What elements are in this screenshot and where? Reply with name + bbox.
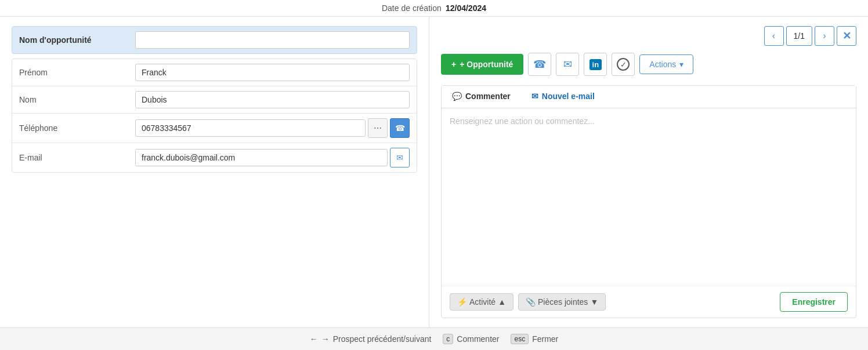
chevron-down-icon: ▾ — [679, 60, 683, 69]
pieces-label: Pièces jointes — [538, 297, 588, 307]
arrow-left-icon: ← — [310, 334, 318, 344]
comment-footer-left: ⚡ Activité ▲ 📎 Pièces jointes ▼ — [450, 293, 606, 311]
phone-action-btn[interactable]: ☎ — [528, 53, 551, 76]
comment-tabs: 💬 Commenter ✉ Nouvel e-mail — [442, 86, 856, 108]
fields-container: Prénom Nom Téléphone — [12, 59, 417, 173]
opp-name-label: Nom d'opportunité — [19, 35, 135, 45]
comment-bubble-icon: 💬 — [452, 92, 462, 101]
bottom-bar: ← → Prospect précédent/suivant c Comment… — [0, 327, 868, 350]
opp-name-row: Nom d'opportunité Entreprise Dubois — [12, 26, 417, 54]
close-shortcut-label: Fermer — [532, 334, 558, 344]
nav-top: ‹ 1/1 › ✕ — [441, 26, 856, 46]
telephone-input[interactable] — [135, 119, 366, 137]
linkedin-btn[interactable]: in — [584, 53, 607, 76]
tab-commenter-label: Commenter — [465, 92, 511, 101]
check-action-btn[interactable]: ✓ — [612, 53, 635, 76]
plus-icon: + — [451, 60, 456, 69]
nav-next-btn[interactable]: › — [815, 26, 834, 46]
pieces-chevron-icon: ▼ — [590, 297, 598, 307]
nom-input[interactable] — [135, 91, 410, 108]
opp-name-input[interactable]: Entreprise Dubois — [135, 31, 410, 49]
comment-footer: ⚡ Activité ▲ 📎 Pièces jointes ▼ Enregist… — [442, 286, 856, 318]
nav-prev-btn[interactable]: ‹ — [764, 26, 784, 46]
nom-label: Nom — [19, 95, 135, 104]
comment-section: 💬 Commenter ✉ Nouvel e-mail Renseignez u… — [441, 85, 856, 318]
opportunity-btn[interactable]: + + Opportunité — [441, 54, 523, 75]
mail-icon: ✉ — [563, 58, 572, 71]
email-input[interactable] — [135, 149, 388, 166]
left-panel: Nom d'opportunité Entreprise Dubois Prén… — [0, 17, 429, 327]
date-label: Date de création — [382, 3, 442, 13]
phone-call-btn[interactable]: ☎ — [390, 118, 410, 138]
activity-label: Activité — [469, 297, 496, 307]
shortcut-esc-key: esc — [511, 334, 529, 344]
prenom-row: Prénom — [12, 59, 417, 86]
right-panel: ‹ 1/1 › ✕ + + Opportunité ☎ ✉ in — [429, 17, 868, 327]
date-value: 12/04/2024 — [446, 3, 486, 13]
telephone-label: Téléphone — [19, 123, 135, 133]
nom-row: Nom — [12, 86, 417, 114]
actions-label: Actions — [649, 60, 676, 69]
arrow-right-icon: → — [321, 334, 330, 344]
activity-chevron-icon: ▲ — [498, 297, 506, 307]
activity-btn[interactable]: ⚡ Activité ▲ — [450, 293, 513, 311]
paperclip-icon: 📎 — [526, 297, 536, 307]
opportunity-btn-label: + Opportunité — [460, 60, 513, 69]
email-tab-icon: ✉ — [531, 92, 538, 101]
phone-more-btn[interactable]: ⋯ — [368, 118, 388, 138]
linkedin-icon: in — [589, 59, 602, 70]
tab-commenter[interactable]: 💬 Commenter — [442, 86, 521, 108]
check-circle-icon: ✓ — [617, 58, 630, 71]
prenom-input[interactable] — [135, 64, 410, 81]
email-input-wrap: ✉ — [135, 148, 410, 167]
bolt-icon: ⚡ — [457, 297, 467, 307]
prospect-label: Prospect précédent/suivant — [333, 334, 432, 344]
email-row: E-mail ✉ — [12, 143, 417, 172]
comment-placeholder: Renseignez une action ou commentez... — [450, 116, 595, 126]
prenom-input-wrap — [135, 64, 410, 81]
pieces-jointes-btn[interactable]: 📎 Pièces jointes ▼ — [518, 293, 606, 311]
tab-email-label: Nouvel e-mail — [542, 92, 595, 101]
tab-email[interactable]: ✉ Nouvel e-mail — [521, 86, 605, 108]
date-bar: Date de création 12/04/2024 — [0, 0, 868, 17]
action-row: + + Opportunité ☎ ✉ in ✓ Actions ▾ — [441, 53, 856, 76]
close-shortcut: esc Fermer — [511, 334, 558, 344]
telephone-row: Téléphone ⋯ ☎ — [12, 114, 417, 143]
email-action-btn[interactable]: ✉ — [556, 53, 579, 76]
email-send-btn[interactable]: ✉ — [390, 148, 410, 167]
actions-dropdown-btn[interactable]: Actions ▾ — [639, 54, 693, 74]
email-label: E-mail — [19, 153, 135, 162]
commenter-shortcut-label: Commenter — [457, 334, 499, 344]
prenom-label: Prénom — [19, 68, 135, 77]
nom-input-wrap — [135, 91, 410, 108]
nav-shortcut: ← → Prospect précédent/suivant — [310, 334, 432, 344]
nav-close-btn[interactable]: ✕ — [837, 26, 856, 46]
phone-icon: ☎ — [533, 58, 546, 71]
save-btn[interactable]: Enregistrer — [780, 292, 848, 312]
comment-body[interactable]: Renseignez une action ou commentez... — [442, 108, 856, 286]
comment-shortcut: c Commenter — [443, 334, 499, 344]
nav-page: 1/1 — [786, 26, 812, 46]
shortcut-c-key: c — [443, 334, 453, 344]
telephone-input-wrap: ⋯ ☎ — [135, 118, 410, 138]
